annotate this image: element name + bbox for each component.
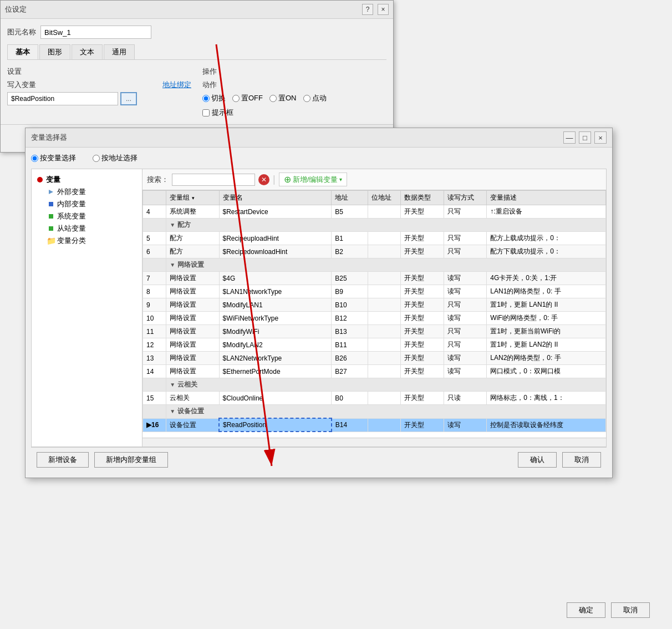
row-num: 8 — [143, 285, 166, 298]
main-cancel-button[interactable]: 取消 — [611, 602, 650, 618]
table-row[interactable]: 12 网络设置 $ModifyLAN2 B11 开关型 只写 置1时，更新 LA… — [143, 338, 606, 352]
tab-general[interactable]: 通用 — [104, 44, 135, 59]
clear-search-button[interactable]: ✕ — [258, 174, 269, 185]
table-row[interactable]: 5 配方 $RecipeuploadHint B1 开关型 只写 配方上载成功提… — [143, 232, 606, 245]
dialog-minimize-button[interactable]: — — [563, 131, 576, 144]
row-num: ▶16 — [143, 418, 166, 432]
dialog-controls: — □ × — [563, 131, 607, 144]
close-button[interactable]: × — [378, 4, 389, 15]
dialog-restore-button[interactable]: □ — [579, 131, 591, 144]
svg-marker-2 — [49, 190, 53, 194]
row-datatype: 开关型 — [401, 298, 444, 312]
tree-item-external[interactable]: 外部变量 — [47, 186, 138, 198]
row-group: 网络设置 — [166, 298, 219, 312]
tree-item-internal[interactable]: 内部变量 — [47, 198, 138, 210]
col-bitaddr: 位地址 — [368, 191, 401, 205]
row-bitaddr — [368, 285, 401, 298]
dialog-confirm-button[interactable]: 确认 — [518, 452, 557, 468]
table-row[interactable]: ▼网络设置 — [143, 258, 606, 272]
tree-item-category[interactable]: 📁 变量分类 — [47, 235, 138, 247]
address-binding-link[interactable]: 地址绑定 — [162, 80, 191, 90]
row-bitaddr — [368, 205, 401, 219]
row-desc: ↑:重启设备 — [487, 205, 606, 219]
field-name-input[interactable] — [40, 26, 151, 39]
write-var-row: 写入变量 地址绑定 — [7, 80, 191, 90]
operation-title: 操作 — [202, 67, 386, 77]
row-num: 9 — [143, 298, 166, 312]
row-num: 10 — [143, 312, 166, 325]
table-row[interactable]: 14 网络设置 $EthernetPortMode B27 开关型 读写 网口模… — [143, 365, 606, 378]
svg-rect-3 — [49, 202, 53, 206]
add-var-group-button[interactable]: 新增内部变量组 — [94, 452, 168, 468]
table-row[interactable]: ▶16 设备位置 $ReadPosition B14 开关型 读写 控制是否读取… — [143, 418, 606, 432]
row-varname: $RecipeuploadHint — [219, 232, 332, 245]
row-desc: 配方下载成功提示，0： — [487, 245, 606, 258]
tree-item-system[interactable]: 系统变量 — [47, 210, 138, 222]
row-addr: B11 — [332, 338, 368, 352]
table-row[interactable]: ▼设备位置 — [143, 405, 606, 419]
row-datatype: 开关型 — [401, 352, 444, 365]
row-bitaddr — [368, 418, 401, 432]
table-row[interactable]: 15 云相关 $CloudOnline B0 开关型 只读 网络标志，0：离线，… — [143, 392, 606, 405]
var-input[interactable] — [7, 92, 118, 105]
action-momentary[interactable]: 点动 — [303, 93, 327, 103]
row-addr: B10 — [332, 298, 368, 312]
add-device-button[interactable]: 新增设备 — [37, 452, 89, 468]
hint-checkbox[interactable] — [202, 109, 210, 116]
main-confirm-button[interactable]: 确定 — [567, 602, 605, 618]
search-input[interactable] — [172, 174, 255, 186]
row-addr: B5 — [332, 205, 368, 219]
help-button[interactable]: ? — [362, 4, 373, 15]
svg-rect-4 — [49, 214, 53, 219]
table-row[interactable]: 4 系统调整 $RestartDevice B5 开关型 只写 ↑:重启设备 — [143, 205, 606, 219]
radio-by-address[interactable]: 按地址选择 — [93, 153, 138, 163]
row-bitaddr — [368, 312, 401, 325]
table-row[interactable]: 10 网络设置 $WiFiNetworkType B12 开关型 读写 WiFi… — [143, 312, 606, 325]
add-btn-arrow: ▾ — [339, 176, 342, 182]
tab-text[interactable]: 文本 — [72, 44, 103, 59]
main-window-title: 位设定 — [5, 4, 27, 14]
main-title-bar: 位设定 ? × — [1, 1, 393, 19]
table-row[interactable]: 7 网络设置 $4G B25 开关型 读写 4G卡开关，0:关，1:开 — [143, 272, 606, 285]
browse-button[interactable]: ... — [120, 92, 137, 105]
action-toggle[interactable]: 切换 — [202, 93, 226, 103]
row-num: 4 — [143, 205, 166, 219]
horizontal-scroll[interactable] — [142, 438, 606, 447]
tab-graphic[interactable]: 图形 — [39, 44, 70, 59]
row-rwmode: 读写 — [444, 365, 486, 378]
table-row[interactable]: 9 网络设置 $ModifyLAN1 B10 开关型 只写 置1时，更新 LAN… — [143, 298, 606, 312]
sort-icon: ▾ — [192, 195, 195, 201]
tree-root[interactable]: 变量 — [36, 174, 138, 186]
table-row[interactable]: ▼云相关 — [143, 378, 606, 392]
dialog-cancel-button[interactable]: 取消 — [562, 452, 601, 468]
row-rwmode: 只写 — [444, 205, 486, 219]
row-bitaddr — [368, 272, 401, 285]
row-addr: B26 — [332, 352, 368, 365]
table-row[interactable]: 6 配方 $RecipedownloadHint B2 开关型 只写 配方下载成… — [143, 245, 606, 258]
col-group[interactable]: 变量组 ▾ — [166, 191, 219, 205]
action-set-on[interactable]: 置ON — [269, 93, 297, 103]
dialog-close-button[interactable]: × — [594, 131, 607, 144]
dialog-body: 按变量选择 按地址选择 变量 — [26, 148, 612, 478]
row-varname: $EthernetPortMode — [219, 365, 332, 378]
row-group: 设备位置 — [166, 418, 219, 432]
svg-rect-5 — [49, 226, 53, 231]
tab-basic[interactable]: 基本 — [7, 44, 38, 59]
row-bitaddr — [368, 325, 401, 338]
table-row[interactable]: 11 网络设置 $ModifyWiFi B13 开关型 只写 置1时，更新当前W… — [143, 325, 606, 338]
row-addr: B25 — [332, 272, 368, 285]
row-group: 网络设置 — [166, 338, 219, 352]
add-edit-var-button[interactable]: ⊕ 新增/编辑变量 ▾ — [279, 173, 348, 186]
action-set-off[interactable]: 置OFF — [232, 93, 263, 103]
row-group: 云相关 — [166, 392, 219, 405]
row-varname: $RecipedownloadHint — [219, 245, 332, 258]
tree-item-slave[interactable]: 从站变量 — [47, 222, 138, 235]
field-name-row: 图元名称 — [7, 26, 386, 39]
row-datatype: 开关型 — [401, 365, 444, 378]
dialog-footer: 新增设备 新增内部变量组 确认 取消 — [31, 447, 607, 472]
radio-by-variable[interactable]: 按变量选择 — [31, 153, 76, 163]
table-row[interactable]: 8 网络设置 $LAN1NetworkType B9 开关型 读写 LAN1的网… — [143, 285, 606, 298]
table-row[interactable]: ▼配方 — [143, 219, 606, 232]
col-desc: 变量描述 — [487, 191, 606, 205]
table-row[interactable]: 13 网络设置 $LAN2NetworkType B26 开关型 读写 LAN2… — [143, 352, 606, 365]
